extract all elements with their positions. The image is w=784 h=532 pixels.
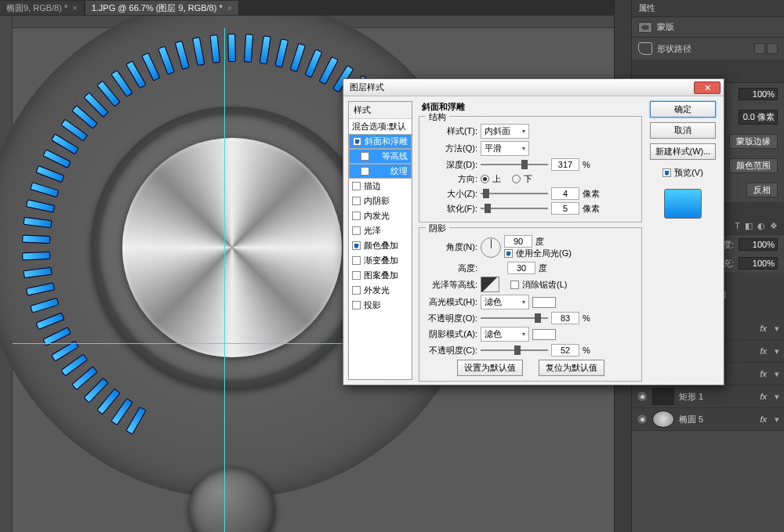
- opacity-input[interactable]: 100%: [739, 238, 778, 251]
- global-light-checkbox[interactable]: [504, 249, 513, 258]
- shadow-mode-select[interactable]: 滤色▾: [481, 327, 529, 342]
- style-checkbox[interactable]: [352, 197, 361, 205]
- direction-down-radio[interactable]: [512, 175, 521, 183]
- style-item-11[interactable]: 投影: [349, 298, 412, 313]
- style-item-10[interactable]: 外发光: [349, 283, 412, 298]
- depth-input[interactable]: 317: [551, 158, 579, 171]
- section-title: 斜面和浮雕: [422, 101, 642, 113]
- document-tab-1[interactable]: 1.JPG @ 66.7% (图层 9, RGB/8) *×: [85, 1, 239, 15]
- depth-slider[interactable]: [481, 160, 548, 169]
- fx-badge[interactable]: fx: [760, 414, 767, 424]
- direction-up-radio[interactable]: [481, 175, 489, 183]
- shadow-opacity-label: 不透明度(C):: [426, 345, 477, 356]
- style-checkbox[interactable]: [352, 182, 361, 190]
- guide-vertical[interactable]: [224, 28, 225, 532]
- highlight-opacity-input[interactable]: 83: [551, 312, 579, 324]
- chevron-down-icon[interactable]: ▾: [775, 346, 779, 356]
- angle-label: 角度(N):: [426, 241, 477, 253]
- feather-value[interactable]: 0.0 像素: [739, 110, 778, 125]
- layer-thumbnail[interactable]: [652, 411, 674, 428]
- mask-row[interactable]: 蒙版: [632, 17, 784, 37]
- structure-fieldset: 结构 样式(T):内斜面▾ 方法(Q):平滑▾ 深度(D):317% 方向:上 …: [419, 116, 642, 223]
- highlight-mode-select[interactable]: 滤色▾: [481, 295, 529, 309]
- filter-icon[interactable]: ◐: [757, 221, 765, 231]
- close-icon[interactable]: ×: [72, 3, 77, 13]
- style-checkbox[interactable]: [352, 226, 361, 235]
- shadow-opacity-slider[interactable]: [481, 346, 548, 355]
- style-checkbox[interactable]: [352, 271, 361, 280]
- style-item-8[interactable]: 渐变叠加: [349, 253, 412, 268]
- properties-panel-header[interactable]: 属性: [632, 0, 784, 17]
- fx-badge[interactable]: fx: [760, 324, 767, 333]
- angle-control[interactable]: [481, 237, 501, 258]
- set-default-button[interactable]: 设置为默认值: [457, 360, 523, 376]
- style-item-0[interactable]: 斜面和浮雕: [349, 134, 412, 149]
- angle-input[interactable]: 90: [504, 235, 532, 248]
- style-checkbox[interactable]: [352, 241, 361, 250]
- color-range-button[interactable]: 颜色范围: [729, 158, 778, 173]
- chevron-down-icon[interactable]: ▾: [775, 324, 779, 334]
- document-tab-0[interactable]: 椭圆9, RGB/8) *×: [0, 1, 84, 15]
- close-button[interactable]: ✕: [694, 81, 720, 94]
- direction-label: 方向:: [426, 173, 477, 185]
- mask-edge-button[interactable]: 蒙版边缘: [729, 134, 778, 149]
- style-select[interactable]: 内斜面▾: [481, 124, 529, 139]
- style-item-9[interactable]: 图案叠加: [349, 268, 412, 283]
- shadow-opacity-input[interactable]: 52: [551, 344, 579, 356]
- style-checkbox[interactable]: [352, 212, 361, 220]
- fx-badge[interactable]: fx: [760, 392, 767, 401]
- contour-picker[interactable]: [481, 277, 499, 292]
- path-op-icon[interactable]: [767, 43, 778, 54]
- fill-input[interactable]: 100%: [739, 257, 778, 270]
- ok-button[interactable]: 确定: [650, 101, 716, 118]
- style-checkbox[interactable]: [353, 137, 361, 146]
- style-checkbox[interactable]: [361, 167, 369, 176]
- style-item-4[interactable]: 内阴影: [349, 194, 412, 208]
- size-input[interactable]: 4: [551, 187, 579, 200]
- style-checkbox[interactable]: [352, 256, 361, 265]
- style-checkbox[interactable]: [352, 286, 361, 295]
- size-slider[interactable]: [481, 189, 548, 198]
- visibility-toggle[interactable]: [637, 391, 648, 402]
- highlight-color-swatch[interactable]: [532, 297, 556, 308]
- preview-checkbox[interactable]: [662, 168, 671, 177]
- altitude-input[interactable]: 30: [507, 262, 535, 274]
- style-item-6[interactable]: 光泽: [349, 223, 412, 238]
- style-item-7[interactable]: 颜色叠加: [349, 238, 412, 253]
- dialog-titlebar[interactable]: 图层样式 ✕: [343, 79, 724, 96]
- chevron-down-icon[interactable]: ▾: [775, 414, 779, 425]
- density-value[interactable]: 100%: [739, 88, 778, 100]
- layer-row[interactable]: 矩形 1fx▾: [632, 385, 784, 408]
- filter-icon[interactable]: ❖: [770, 221, 778, 231]
- fx-badge[interactable]: fx: [760, 369, 767, 378]
- style-checkbox[interactable]: [361, 152, 369, 161]
- style-item-1[interactable]: 等高线: [349, 149, 412, 164]
- type-filter-icon[interactable]: T: [735, 221, 740, 231]
- path-op-icon[interactable]: [754, 43, 765, 54]
- fx-badge[interactable]: fx: [760, 346, 767, 356]
- chevron-down-icon[interactable]: ▾: [775, 369, 779, 379]
- style-item-2[interactable]: 纹理: [349, 164, 412, 179]
- cancel-button[interactable]: 取消: [650, 122, 716, 139]
- filter-icon[interactable]: ◧: [745, 221, 753, 231]
- visibility-toggle[interactable]: [637, 414, 648, 425]
- close-icon[interactable]: ×: [227, 3, 232, 13]
- layer-thumbnail[interactable]: [652, 388, 674, 405]
- shape-path-row[interactable]: 形状路径: [632, 37, 784, 60]
- highlight-opacity-slider[interactable]: [481, 313, 548, 323]
- reset-default-button[interactable]: 复位为默认值: [539, 360, 604, 376]
- invert-button[interactable]: 反相: [746, 183, 778, 197]
- style-item-3[interactable]: 描边: [349, 179, 412, 194]
- soften-input[interactable]: 5: [551, 202, 579, 215]
- new-style-button[interactable]: 新建样式(W)...: [650, 143, 716, 160]
- method-select[interactable]: 平滑▾: [481, 141, 529, 156]
- styles-header[interactable]: 样式: [349, 102, 412, 119]
- blend-options-item[interactable]: 混合选项:默认: [349, 119, 412, 134]
- antialias-checkbox[interactable]: [510, 280, 519, 289]
- style-checkbox[interactable]: [352, 301, 361, 309]
- layer-row[interactable]: 椭圆 5fx▾: [632, 408, 784, 431]
- chevron-down-icon[interactable]: ▾: [775, 392, 779, 402]
- soften-slider[interactable]: [481, 204, 548, 213]
- style-item-5[interactable]: 内发光: [349, 208, 412, 223]
- shadow-color-swatch[interactable]: [532, 329, 556, 340]
